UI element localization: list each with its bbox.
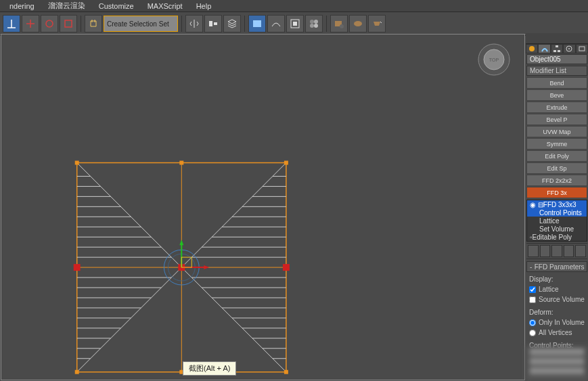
svg-rect-79 xyxy=(579,47,585,51)
snap-toggle-button[interactable] xyxy=(3,15,20,32)
mod-uvwmap-button[interactable]: UVW Map xyxy=(526,126,587,137)
svg-point-73 xyxy=(529,46,535,51)
mod-editspline-button[interactable]: Edit Sp xyxy=(526,162,587,174)
hierarchy-tab[interactable] xyxy=(551,44,563,53)
svg-rect-57 xyxy=(284,161,288,165)
svg-point-0 xyxy=(46,20,53,27)
command-panel: Object005 Modifier List Bend Beve Extrud… xyxy=(526,33,588,381)
render-setup-button[interactable] xyxy=(330,15,348,32)
mod-symmetry-button[interactable]: Symme xyxy=(526,138,587,150)
viewcube-face-label: TOP xyxy=(489,58,499,62)
svg-point-7 xyxy=(310,20,314,24)
motion-tab[interactable] xyxy=(563,44,575,53)
svg-marker-69 xyxy=(179,240,183,245)
svg-point-13 xyxy=(354,21,362,26)
stack-ffd3x3x3[interactable]: ◉ ⊟ FFD 3x3x3 xyxy=(527,200,587,208)
modifier-list-dropdown[interactable]: Modifier List xyxy=(526,66,587,76)
modify-tab[interactable] xyxy=(538,44,550,53)
render-production-button[interactable] xyxy=(368,15,386,32)
mod-bevelprofile-button[interactable]: Bevel P xyxy=(526,114,587,125)
selection-set-dropdown[interactable]: Create Selection Set xyxy=(104,16,178,32)
deform-section-label: Deform: xyxy=(529,309,585,316)
render-frame-button[interactable] xyxy=(349,15,367,32)
named-selection-icon[interactable] xyxy=(85,15,102,32)
source-volume-checkbox[interactable]: Source Volume xyxy=(529,294,585,305)
angle-snap-button[interactable] xyxy=(22,15,39,32)
svg-rect-3 xyxy=(214,22,217,25)
stack-lattice[interactable]: Lattice xyxy=(527,217,587,225)
material-editor-button[interactable] xyxy=(305,15,323,32)
display-section-label: Display: xyxy=(529,275,585,283)
mod-extrude-button[interactable]: Extrude xyxy=(526,102,587,113)
svg-rect-4 xyxy=(253,20,261,27)
lattice-checkbox[interactable]: Lattice xyxy=(529,284,585,294)
stack-control-points[interactable]: Control Points xyxy=(527,208,587,217)
svg-rect-74 xyxy=(556,45,558,47)
modifier-buttons: Bend Beve Extrude Bevel P UVW Map Symme … xyxy=(526,76,588,199)
svg-rect-56 xyxy=(179,161,183,165)
svg-point-78 xyxy=(568,48,570,49)
remove-modifier-button[interactable] xyxy=(564,245,574,257)
mod-ffd2-button[interactable]: FFD 2x2x2 xyxy=(526,175,587,186)
show-end-result-button[interactable] xyxy=(540,245,551,257)
svg-point-9 xyxy=(310,24,314,28)
align-button[interactable] xyxy=(204,15,222,32)
layers-button[interactable] xyxy=(223,15,241,32)
svg-rect-61 xyxy=(74,264,81,271)
stack-set-volume[interactable]: Set Volume xyxy=(527,225,587,233)
menu-help[interactable]: Help xyxy=(189,2,219,10)
svg-rect-58 xyxy=(75,370,79,374)
menu-maxscript[interactable]: MAXScript xyxy=(141,2,189,10)
svg-rect-6 xyxy=(293,22,297,26)
stack-editable-poly[interactable]: ▫ Editable Poly xyxy=(527,233,587,241)
modifier-stack[interactable]: ◉ ⊟ FFD 3x3x3 Control Points Lattice Set… xyxy=(526,200,587,242)
svg-rect-1 xyxy=(65,20,72,27)
mirror-button[interactable] xyxy=(185,15,203,32)
viewport-canvas[interactable] xyxy=(1,35,524,380)
svg-rect-60 xyxy=(284,370,288,374)
mod-bevel-button[interactable]: Beve xyxy=(526,89,587,101)
svg-marker-67 xyxy=(204,265,209,269)
percent-snap-button[interactable] xyxy=(41,15,58,32)
display-tab[interactable] xyxy=(576,44,588,53)
make-unique-button[interactable] xyxy=(551,245,562,257)
menu-rendering[interactable]: ndering xyxy=(3,2,41,10)
svg-rect-55 xyxy=(75,161,79,165)
selection-set-label: Create Selection Set xyxy=(107,20,169,28)
curve-editor-button[interactable] xyxy=(267,15,285,32)
mod-bend-button[interactable]: Bend xyxy=(526,77,587,89)
screenshot-tooltip: 截图(Alt + A) xyxy=(183,361,236,376)
all-vertices-radio[interactable]: All Vertices xyxy=(529,328,585,338)
svg-rect-76 xyxy=(558,50,560,52)
rollout-header[interactable]: -FFD Parameters xyxy=(526,261,587,272)
menu-customize[interactable]: Customize xyxy=(92,2,141,10)
main-toolbar: Create Selection Set xyxy=(0,12,588,36)
only-in-volume-radio[interactable]: Only In Volume xyxy=(529,317,585,328)
obscured-region xyxy=(526,346,588,381)
svg-point-10 xyxy=(314,24,318,28)
svg-point-12 xyxy=(340,24,344,28)
object-name-field[interactable]: Object005 xyxy=(526,54,587,64)
pin-stack-button[interactable] xyxy=(528,245,539,257)
menu-cloud-render[interactable]: 溜溜云渲染 xyxy=(41,1,92,11)
svg-rect-75 xyxy=(553,50,556,52)
svg-point-8 xyxy=(314,20,318,24)
command-panel-tabs xyxy=(526,44,588,53)
svg-rect-2 xyxy=(209,21,212,26)
svg-rect-63 xyxy=(283,264,290,271)
mod-ffd3-button[interactable]: FFD 3x xyxy=(526,187,587,198)
schematic-view-button[interactable] xyxy=(286,15,304,32)
graphite-ribbon-button[interactable] xyxy=(248,15,266,32)
spinner-snap-button[interactable] xyxy=(60,15,77,32)
viewport[interactable]: TOP 截图(Alt + A) xyxy=(1,34,525,380)
configure-sets-button[interactable] xyxy=(575,245,586,257)
create-tab[interactable] xyxy=(526,44,538,53)
stack-toolbar xyxy=(526,243,587,259)
mod-editpoly-button[interactable]: Edit Poly xyxy=(526,150,587,162)
menu-bar: ndering 溜溜云渲染 Customize MAXScript Help xyxy=(0,0,588,12)
view-cube[interactable]: TOP xyxy=(477,43,511,76)
